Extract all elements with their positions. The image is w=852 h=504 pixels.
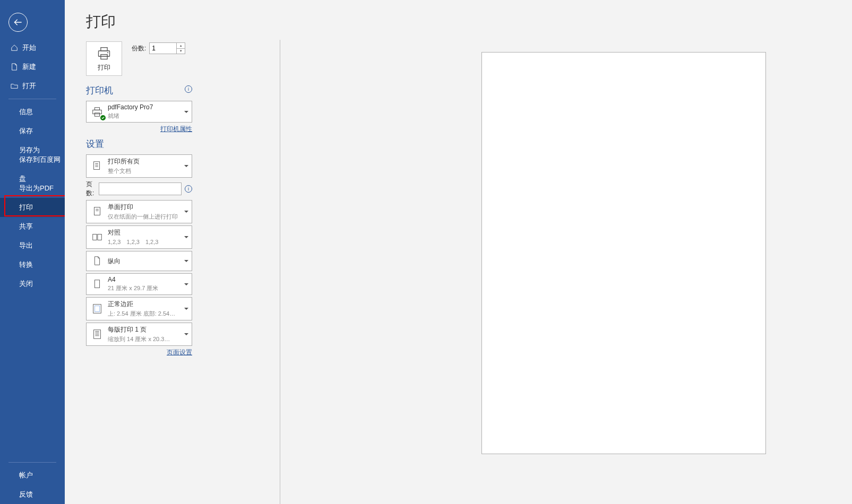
pages-per-sheet-icon — [90, 327, 105, 342]
sidebar-item-new[interactable]: 新建 — [0, 57, 65, 76]
print-what-dropdown[interactable]: 打印所有页 整个文档 — [86, 154, 192, 178]
sidebar-item-label: 打印 — [19, 198, 33, 217]
chevron-down-icon — [184, 308, 188, 310]
settings-section-heading: 设置 — [86, 138, 192, 150]
selected-printer-icon — [90, 105, 105, 119]
nav-separator — [8, 99, 56, 99]
sidebar-item-share[interactable]: 共享 — [0, 217, 65, 236]
printer-name: pdfFactory Pro7 — [108, 103, 153, 111]
printer-icon — [96, 46, 112, 61]
sidebar-item-label: 打开 — [22, 76, 36, 95]
svg-rect-26 — [94, 306, 99, 312]
option-title: 正常边距 — [108, 300, 175, 309]
option-sub: 仅在纸面的一侧上进行打印 — [108, 213, 178, 221]
sidebar-item-save-to-baidu[interactable]: 保存到百度网盘 — [0, 160, 65, 179]
sidebar-item-label: 保存 — [19, 121, 33, 141]
svg-rect-14 — [94, 112, 99, 116]
sidebar-item-close[interactable]: 关闭 — [0, 274, 65, 293]
sidebar-item-label: 帐户 — [19, 466, 33, 485]
svg-rect-15 — [94, 162, 100, 170]
sidebar-item-export-pdf[interactable]: 导出为PDF — [0, 179, 65, 198]
sidebar-item-print[interactable]: 打印 — [0, 198, 65, 217]
option-sub: 整个文档 — [108, 167, 140, 175]
margins-icon — [90, 301, 105, 316]
sidebar-item-save[interactable]: 保存 — [0, 121, 65, 141]
svg-rect-12 — [93, 110, 102, 114]
page-title: 打印 — [86, 12, 192, 32]
chevron-down-icon — [184, 165, 188, 167]
sidebar-item-export[interactable]: 导出 — [0, 236, 65, 255]
chevron-down-icon — [184, 283, 188, 285]
back-arrow-icon — [14, 18, 22, 27]
option-title: 每版打印 1 页 — [108, 325, 170, 334]
paper-size-dropdown[interactable]: A4 21 厘米 x 29.7 厘米 — [86, 273, 192, 295]
svg-rect-8 — [99, 51, 110, 57]
chevron-down-icon — [184, 333, 188, 335]
sidebar-item-label: 转换 — [19, 255, 33, 274]
printer-ready-check-icon — [100, 115, 106, 120]
vertical-divider — [280, 40, 280, 504]
svg-rect-24 — [94, 280, 99, 288]
option-title: 对照 — [108, 228, 158, 237]
nav-separator — [8, 462, 56, 463]
printer-info-icon[interactable]: i — [185, 85, 192, 93]
orientation-dropdown[interactable]: 纵向 — [86, 251, 192, 271]
paper-icon — [90, 277, 105, 292]
option-title: 单面打印 — [108, 203, 178, 212]
sidebar-item-label: 开始 — [22, 38, 36, 57]
chevron-down-icon — [184, 236, 188, 238]
print-button[interactable]: 打印 — [86, 41, 122, 76]
sidebar-item-account[interactable]: 帐户 — [0, 466, 65, 485]
chevron-down-icon — [184, 260, 188, 262]
sidebar-item-options[interactable]: 反馈 — [0, 485, 65, 504]
print-button-label: 打印 — [98, 63, 110, 72]
spinner-up-button[interactable]: ▲ — [177, 43, 185, 49]
print-preview-page — [481, 52, 766, 454]
sidebar-item-convert[interactable]: 转换 — [0, 255, 65, 274]
sidebar-item-label: 新建 — [22, 57, 36, 76]
sidebar-item-label: 反馈 — [19, 485, 33, 504]
chevron-down-icon — [184, 111, 188, 113]
sidebar-item-open[interactable]: 打开 — [0, 76, 65, 95]
printer-section-heading: 打印机 i — [86, 84, 192, 97]
copies-spinner: ▲ ▼ — [176, 43, 185, 54]
pages-label: 页数: — [86, 180, 96, 198]
copies-input[interactable]: ▲ ▼ — [149, 42, 185, 54]
sidebar-item-label: 共享 — [19, 217, 33, 236]
sidebar-item-label: 关闭 — [19, 274, 33, 293]
home-icon — [11, 44, 18, 51]
copies-value[interactable] — [150, 43, 176, 54]
svg-rect-9 — [101, 48, 107, 51]
portrait-icon — [90, 254, 105, 268]
pages-input[interactable] — [99, 183, 182, 195]
option-sub: 21 厘米 x 29.7 厘米 — [108, 284, 158, 292]
svg-rect-10 — [101, 55, 107, 59]
printer-properties-link[interactable]: 打印机属性 — [86, 125, 192, 134]
option-sub: 1,2,3 1,2,3 1,2,3 — [108, 238, 158, 246]
pages-per-sheet-dropdown[interactable]: 每版打印 1 页 缩放到 14 厘米 x 20.3… — [86, 323, 192, 346]
chevron-down-icon — [184, 211, 188, 213]
pages-icon — [90, 159, 105, 173]
collate-dropdown[interactable]: 对照 1,2,3 1,2,3 1,2,3 — [86, 225, 192, 249]
sidebar-item-home[interactable]: 开始 — [0, 38, 65, 57]
svg-rect-19 — [94, 207, 100, 215]
option-sub: 缩放到 14 厘米 x 20.3… — [108, 335, 170, 343]
sidebar-item-label: 导出为PDF — [19, 179, 54, 198]
folder-open-icon — [11, 82, 18, 90]
printer-status: 就绪 — [108, 112, 153, 120]
sides-dropdown[interactable]: 单面打印 仅在纸面的一侧上进行打印 — [86, 200, 192, 223]
option-title: 打印所有页 — [108, 157, 140, 166]
sidebar-item-info[interactable]: 信息 — [0, 102, 65, 121]
option-title: A4 — [108, 276, 158, 283]
spinner-down-button[interactable]: ▼ — [177, 49, 185, 54]
pages-info-icon[interactable]: i — [185, 185, 192, 193]
svg-rect-23 — [98, 234, 101, 240]
page-setup-link[interactable]: 页面设置 — [86, 348, 192, 357]
back-button[interactable] — [8, 13, 28, 32]
option-title: 纵向 — [108, 257, 121, 266]
margins-dropdown[interactable]: 正常边距 上: 2.54 厘米 底部: 2.54… — [86, 297, 192, 320]
single-side-icon — [90, 204, 105, 219]
option-sub: 上: 2.54 厘米 底部: 2.54… — [108, 310, 175, 318]
file-menu-sidebar: 开始 新建 打开 信息 保存 另存为 保存到百度网盘 导出为PDF 打印 共享 … — [0, 0, 65, 504]
printer-dropdown[interactable]: pdfFactory Pro7 就绪 — [86, 101, 192, 123]
